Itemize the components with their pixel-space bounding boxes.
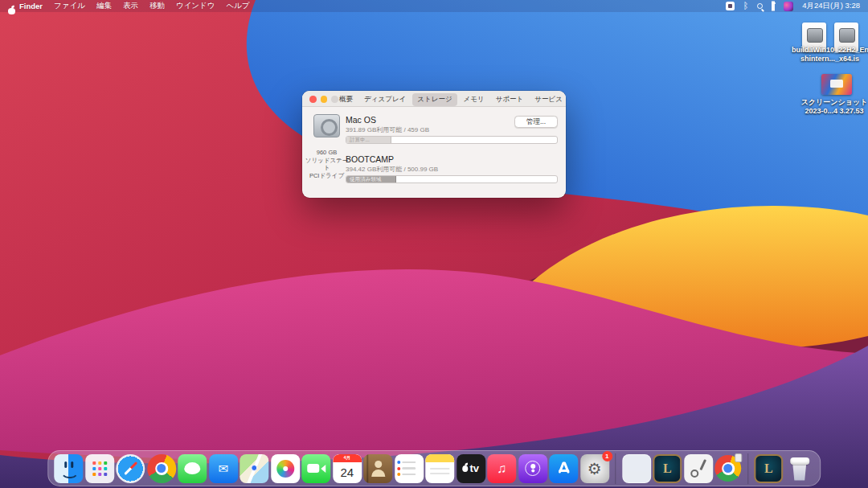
menu-file[interactable]: ファイル [54,1,85,11]
dock-mail[interactable]: ✉ [209,454,238,483]
dock-reminders[interactable] [395,454,424,483]
dock-chrome-download[interactable] [714,455,741,482]
dock-maps[interactable] [240,454,268,483]
toolbar-tabs: 概要 ディスプレイ ストレージ メモリ サポート サービス [342,93,559,106]
lol-logo-icon: L [764,461,773,476]
dock-utility-app[interactable] [684,454,713,483]
bootcamp-bar-segment: 使用済み領域 [346,176,396,182]
menu-help[interactable]: ヘルプ [227,1,250,11]
dock-photos[interactable] [271,454,300,483]
dock-music[interactable]: ♫ [487,454,516,483]
menu-edit[interactable]: 編集 [96,1,112,11]
dock-messages[interactable] [178,454,207,483]
dock-podcasts[interactable] [518,454,547,483]
envelope-icon: ✉ [218,461,228,476]
tab-storage[interactable]: ストレージ [412,93,457,106]
dock-safari[interactable] [116,454,145,483]
dock-finder[interactable] [54,454,83,483]
macos-bar-segment: 計算中... [346,137,391,143]
dock: ✉ 4月 24 tv ♫ ⚙ 1 L L [47,450,821,486]
dock-calendar[interactable]: 4月 24 [333,454,362,483]
menu-go[interactable]: 移動 [149,1,165,11]
menu-clock[interactable]: 4月24日(月) 3:28 [802,1,860,11]
bootcamp-disk-name: BOOTCAMP [346,154,394,164]
tab-service[interactable]: サービス [530,93,567,106]
tab-memory[interactable]: メモリ [459,93,489,106]
minimize-button[interactable] [321,96,328,103]
tab-support[interactable]: サポート [491,93,529,106]
input-source-icon[interactable] [726,1,735,11]
chrome-hub-icon [155,462,168,475]
close-button[interactable] [309,96,317,103]
apple-logo-icon [462,465,468,472]
storage-panel: Mac OS 391.89 GB利用可能 / 459 GB 管理... 計算中.… [302,107,566,198]
tab-displays[interactable]: ディスプレイ [359,93,411,106]
dock-appletv[interactable]: tv [457,454,485,483]
lol-logo-icon: L [663,461,672,476]
screenshot-file-label: スクリーンショット 2023-0...4 3.27.53 [797,98,868,115]
macos-disk-usage: 391.89 GB利用可能 / 459 GB [346,125,429,134]
speech-bubble-icon [184,462,200,474]
macos-disk-name: Mac OS [346,115,376,125]
podcasts-icon [525,461,540,476]
download-badge [735,453,742,462]
calendar-month: 4月 [333,454,362,462]
person-icon [375,461,382,468]
manage-button[interactable]: 管理... [514,116,558,128]
launchpad-grid-icon [92,461,96,465]
about-this-mac-window: 概要 ディスプレイ ストレージ メモリ サポート サービス Mac OS 391… [302,91,566,198]
dock-notes[interactable] [425,454,454,483]
compass-needle-icon [124,461,137,475]
menu-bar: Finder ファイル 編集 表示 移動 ウインドウ ヘルプ ᛒ 4月24日(月… [0,0,868,12]
dock-launchpad[interactable] [85,454,114,483]
flower-icon [276,460,294,478]
dock-trash[interactable] [785,454,814,483]
bluetooth-icon[interactable]: ᛒ [743,1,749,11]
dock-league-of-legends[interactable]: L [653,454,682,483]
iso-file-labels: build.iWin10_22H2_Eng shintern..._x64.is [792,46,868,63]
spotlight-icon[interactable] [757,1,763,11]
dock-appstore[interactable] [549,454,578,483]
tab-overview[interactable]: 概要 [334,93,358,106]
menu-view[interactable]: 表示 [123,1,138,11]
dock-divider [615,453,616,484]
bootcamp-disk-usage: 394.42 GB利用可能 / 500.99 GB [346,165,438,174]
gear-icon: ⚙ [588,459,602,478]
tool-icon [690,470,698,478]
macos-storage-bar: 計算中... [346,136,558,144]
wallpaper [0,0,868,488]
dock-contacts[interactable] [363,454,392,483]
dock-chrome[interactable] [147,454,176,483]
drive-device-label: 960 GB ソリッドステート PCIドライブ [304,149,350,179]
dock-facetime[interactable] [301,454,330,483]
control-center-icon[interactable] [772,1,775,11]
tv-label: tv [469,462,479,474]
desktop: Finder ファイル 編集 表示 移動 ウインドウ ヘルプ ᛒ 4月24日(月… [0,0,868,488]
dock-file[interactable] [622,454,651,483]
dock-system-preferences[interactable]: ⚙ 1 [580,454,609,483]
bootcamp-storage-bar: 使用済み領域 [346,175,558,183]
notification-badge: 1 [602,451,612,461]
map-pin-icon [251,465,257,471]
music-note-icon: ♫ [497,461,506,476]
menu-app-name[interactable]: Finder [19,2,43,10]
video-camera-icon [307,464,319,473]
dock-divider [747,453,748,484]
window-titlebar[interactable]: 概要 ディスプレイ ストレージ メモリ サポート サービス [302,91,566,107]
siri-icon[interactable] [784,1,793,11]
internal-drive-icon [313,114,340,137]
menu-window[interactable]: ウインドウ [176,1,215,11]
screenshot-file-icon[interactable] [821,74,852,95]
calendar-day: 24 [340,465,354,479]
dock-league-of-legends-2[interactable]: L [754,454,783,483]
trash-paper-icon [790,457,809,465]
